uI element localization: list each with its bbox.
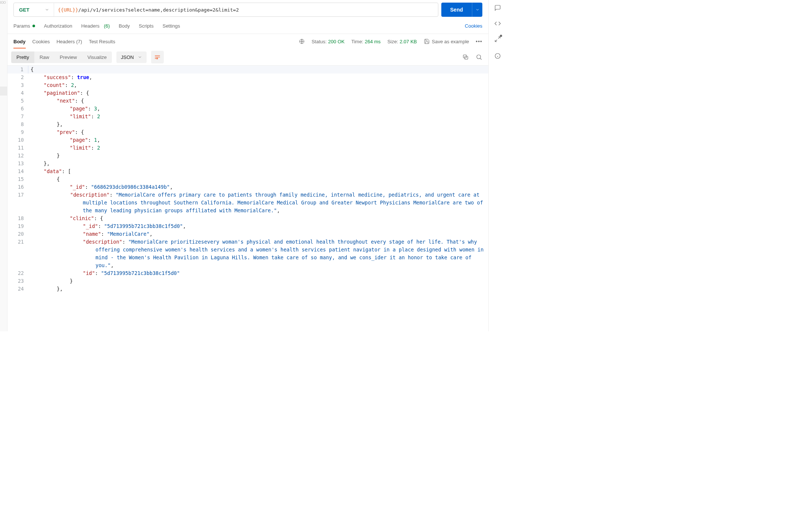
status-value: 200 OK [328,39,345,44]
time-value: 264 ms [365,39,381,44]
line-number: 21 [7,238,28,269]
tab-headers[interactable]: Headers (6) [81,23,110,29]
json-value: "MemorialCare" [107,231,150,237]
tab-headers-count: (6) [104,23,110,29]
json-value: "5d713995b721c3bb38c1f5d0" [104,223,183,229]
more-actions-button[interactable]: ••• [476,38,482,44]
expand-icon[interactable] [494,36,501,43]
json-key: "clinic" [70,215,94,221]
cookies-link[interactable]: Cookies [465,23,482,29]
line-number: 16 [7,183,28,191]
json-value: true [77,74,89,80]
view-mode-segment: Pretty Raw Preview Visualize [11,51,112,63]
json-key: "data" [44,168,62,174]
url-path: /api/v1/services?select=name,description… [78,7,239,13]
tab-authorization[interactable]: Authorization [44,23,72,29]
json-key: "description" [83,239,122,245]
json-value: 2 [97,113,100,119]
url-input[interactable]: {{URL}}/api/v1/services?select=name,desc… [54,3,438,16]
unsaved-dot-icon [500,35,502,37]
wrap-icon [154,54,161,60]
json-key: "id" [83,270,95,276]
line-number: 18 [7,215,28,222]
svg-line-6 [480,58,481,59]
json-key: "description" [70,192,110,198]
line-number: 14 [7,168,28,175]
comment-icon[interactable] [494,4,501,11]
json-value: "MemorialCare prioritizesevery woman's p… [95,239,486,268]
line-number: 10 [7,136,28,144]
json-key: "_id" [83,223,98,229]
tab-body[interactable]: Body [119,23,130,29]
sidebar-active-stub [0,87,7,96]
search-icon[interactable] [476,54,482,60]
response-tab-body[interactable]: Body [13,35,26,48]
line-number: 13 [7,160,28,168]
line-number: 3 [7,81,28,89]
info-icon[interactable] [494,53,501,59]
request-tabs: Params Authorization Headers (6) Body Sc… [7,18,488,34]
view-raw[interactable]: Raw [34,51,54,63]
save-as-example-button[interactable]: Save as example [424,38,469,44]
wrap-lines-button[interactable] [151,51,164,63]
tab-params[interactable]: Params [13,23,35,29]
size-label: Size: [387,39,398,44]
line-number: 7 [7,113,28,121]
http-method-select[interactable]: GET [14,3,54,16]
json-key: "_id" [70,184,85,190]
json-value: 2 [97,145,100,151]
line-number: 1 [7,66,28,73]
tab-scripts[interactable]: Scripts [139,23,154,29]
line-number: 17 [7,191,28,215]
send-options-button[interactable] [472,3,482,17]
line-number: 23 [7,277,28,285]
format-select[interactable]: JSON [116,51,147,63]
response-tab-tests[interactable]: Test Results [89,35,115,48]
code-icon[interactable] [494,20,501,27]
globe-icon[interactable] [299,38,305,44]
json-key: "limit" [70,145,91,151]
save-as-example-label: Save as example [432,39,469,44]
json-value: "5d713995b721c3bb38c1f5d0" [101,270,180,276]
svg-line-8 [495,40,497,42]
json-value: "6686293dcb0986c3384a149b" [91,184,170,190]
line-number: 15 [7,175,28,183]
json-key: "pagination" [44,90,80,96]
json-key: "limit" [70,113,91,119]
status-label: Status: [311,39,326,44]
json-key: "next" [57,98,75,104]
json-key: "name" [83,231,101,237]
line-number: 24 [7,285,28,293]
http-method-label: GET [19,7,29,13]
json-value: "MemorialCare offers primary care to pat… [83,192,486,213]
response-tab-cookies[interactable]: Cookies [32,35,50,48]
response-status: Status:200 OK [311,39,345,44]
line-number: 6 [7,105,28,113]
size-value: 2.07 KB [400,39,417,44]
chevron-down-icon [138,55,142,59]
tab-params-label: Params [13,23,30,29]
svg-point-5 [477,55,481,59]
view-visualize[interactable]: Visualize [82,51,112,63]
response-body[interactable]: 1{ 2"success": true, 3"count": 2, 4"pagi… [7,66,488,331]
copy-icon[interactable] [462,54,469,60]
right-rail [488,0,506,331]
line-number: 2 [7,73,28,81]
tab-settings[interactable]: Settings [163,23,180,29]
chevron-down-icon [45,7,49,12]
tab-headers-label: Headers [81,23,100,29]
json-value: 1 [94,137,97,143]
response-size: Size:2.07 KB [387,39,417,44]
main-panel: GET {{URL}}/api/v1/services?select=name,… [7,0,488,331]
json-key: "page" [70,137,88,143]
response-tab-headers[interactable]: Headers (7) [56,35,82,48]
view-preview[interactable]: Preview [54,51,82,63]
url-variable: {{URL}} [58,7,78,13]
send-button[interactable]: Send [441,3,472,17]
line-number: 8 [7,121,28,128]
view-pretty[interactable]: Pretty [11,51,34,63]
params-modified-dot-icon [32,25,35,27]
response-header: Body Cookies Headers (7) Test Results St… [7,34,488,49]
json-key: "success" [44,74,71,80]
response-time: Time:264 ms [351,39,381,44]
